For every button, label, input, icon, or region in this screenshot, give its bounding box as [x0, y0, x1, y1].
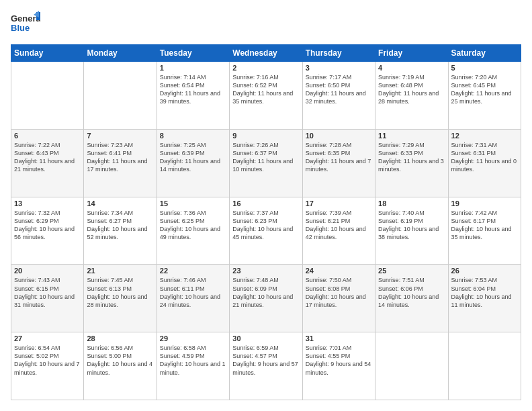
day-info: Sunrise: 7:51 AM Sunset: 6:06 PM Dayligh… [378, 276, 445, 309]
day-info: Sunrise: 7:17 AM Sunset: 6:50 PM Dayligh… [306, 73, 372, 106]
day-info: Sunrise: 7:01 AM Sunset: 4:55 PM Dayligh… [306, 344, 372, 377]
day-number: 15 [160, 199, 226, 208]
week-row-1: 1Sunrise: 7:14 AM Sunset: 6:54 PM Daylig… [11, 62, 521, 130]
day-info: Sunrise: 7:39 AM Sunset: 6:21 PM Dayligh… [306, 209, 372, 242]
day-info: Sunrise: 7:46 AM Sunset: 6:11 PM Dayligh… [160, 276, 226, 309]
calendar-cell: 5Sunrise: 7:20 AM Sunset: 6:45 PM Daylig… [448, 62, 521, 130]
calendar-cell: 25Sunrise: 7:51 AM Sunset: 6:06 PM Dayli… [375, 265, 448, 332]
logo: General Blue [11, 11, 40, 38]
day-info: Sunrise: 7:23 AM Sunset: 6:41 PM Dayligh… [87, 141, 153, 174]
day-info: Sunrise: 7:19 AM Sunset: 6:48 PM Dayligh… [378, 73, 445, 106]
calendar-cell: 31Sunrise: 7:01 AM Sunset: 4:55 PM Dayli… [302, 332, 375, 400]
calendar-cell: 14Sunrise: 7:34 AM Sunset: 6:27 PM Dayli… [84, 197, 157, 265]
day-number: 23 [232, 267, 299, 275]
day-number: 8 [160, 132, 226, 140]
day-number: 25 [378, 267, 445, 275]
weekday-header-thursday: Thursday [302, 45, 375, 62]
day-info: Sunrise: 7:16 AM Sunset: 6:52 PM Dayligh… [232, 73, 299, 106]
day-info: Sunrise: 7:40 AM Sunset: 6:19 PM Dayligh… [378, 209, 445, 242]
day-number: 2 [232, 64, 299, 72]
day-info: Sunrise: 7:20 AM Sunset: 6:45 PM Dayligh… [451, 73, 518, 106]
calendar-cell: 21Sunrise: 7:45 AM Sunset: 6:13 PM Dayli… [84, 265, 157, 332]
day-info: Sunrise: 7:50 AM Sunset: 6:08 PM Dayligh… [306, 276, 372, 309]
day-number: 6 [14, 132, 81, 140]
day-info: Sunrise: 7:36 AM Sunset: 6:25 PM Dayligh… [160, 209, 226, 242]
day-number: 27 [14, 334, 81, 342]
calendar-cell: 1Sunrise: 7:14 AM Sunset: 6:54 PM Daylig… [157, 62, 229, 130]
calendar-cell: 27Sunrise: 6:54 AM Sunset: 5:02 PM Dayli… [11, 332, 84, 400]
day-info: Sunrise: 7:25 AM Sunset: 6:39 PM Dayligh… [160, 141, 226, 174]
calendar-cell: 9Sunrise: 7:26 AM Sunset: 6:37 PM Daylig… [230, 129, 302, 197]
day-number: 12 [451, 132, 518, 140]
calendar-cell: 12Sunrise: 7:31 AM Sunset: 6:31 PM Dayli… [448, 129, 521, 197]
day-number: 1 [160, 64, 226, 72]
calendar-cell: 16Sunrise: 7:37 AM Sunset: 6:23 PM Dayli… [230, 197, 302, 265]
calendar-cell: 22Sunrise: 7:46 AM Sunset: 6:11 PM Dayli… [157, 265, 229, 332]
day-info: Sunrise: 7:53 AM Sunset: 6:04 PM Dayligh… [451, 276, 518, 309]
calendar-cell: 2Sunrise: 7:16 AM Sunset: 6:52 PM Daylig… [230, 62, 302, 130]
calendar-cell [448, 332, 521, 400]
day-number: 4 [378, 64, 445, 72]
day-info: Sunrise: 7:26 AM Sunset: 6:37 PM Dayligh… [232, 141, 299, 174]
day-info: Sunrise: 6:58 AM Sunset: 4:59 PM Dayligh… [160, 344, 226, 377]
day-number: 10 [306, 132, 372, 140]
calendar-cell [84, 62, 157, 130]
day-info: Sunrise: 6:54 AM Sunset: 5:02 PM Dayligh… [14, 344, 81, 377]
day-number: 29 [160, 334, 226, 342]
weekday-header-saturday: Saturday [448, 45, 521, 62]
week-row-3: 13Sunrise: 7:32 AM Sunset: 6:29 PM Dayli… [11, 197, 521, 265]
calendar-cell: 23Sunrise: 7:48 AM Sunset: 6:09 PM Dayli… [230, 265, 302, 332]
week-row-4: 20Sunrise: 7:43 AM Sunset: 6:15 PM Dayli… [11, 265, 521, 332]
day-info: Sunrise: 7:22 AM Sunset: 6:43 PM Dayligh… [14, 141, 81, 174]
day-info: Sunrise: 7:14 AM Sunset: 6:54 PM Dayligh… [160, 73, 226, 106]
calendar-cell: 18Sunrise: 7:40 AM Sunset: 6:19 PM Dayli… [375, 197, 448, 265]
day-number: 17 [306, 199, 372, 208]
calendar-cell: 19Sunrise: 7:42 AM Sunset: 6:17 PM Dayli… [448, 197, 521, 265]
calendar-cell: 20Sunrise: 7:43 AM Sunset: 6:15 PM Dayli… [11, 265, 84, 332]
calendar-cell: 7Sunrise: 7:23 AM Sunset: 6:41 PM Daylig… [84, 129, 157, 197]
calendar-cell: 17Sunrise: 7:39 AM Sunset: 6:21 PM Dayli… [302, 197, 375, 265]
header: General Blue [11, 11, 521, 38]
logo-svg: General Blue [11, 11, 40, 38]
day-number: 9 [232, 132, 299, 140]
day-number: 7 [87, 132, 153, 140]
day-number: 19 [451, 199, 518, 208]
day-number: 5 [451, 64, 518, 72]
weekday-header-sunday: Sunday [11, 45, 84, 62]
day-info: Sunrise: 7:31 AM Sunset: 6:31 PM Dayligh… [451, 141, 518, 174]
day-number: 14 [87, 199, 153, 208]
day-number: 18 [378, 199, 445, 208]
day-number: 24 [306, 267, 372, 275]
weekday-header-friday: Friday [375, 45, 448, 62]
calendar-cell: 24Sunrise: 7:50 AM Sunset: 6:08 PM Dayli… [302, 265, 375, 332]
day-number: 22 [160, 267, 226, 275]
calendar-cell: 11Sunrise: 7:29 AM Sunset: 6:33 PM Dayli… [375, 129, 448, 197]
day-info: Sunrise: 7:45 AM Sunset: 6:13 PM Dayligh… [87, 276, 153, 309]
calendar-cell: 6Sunrise: 7:22 AM Sunset: 6:43 PM Daylig… [11, 129, 84, 197]
calendar-cell: 15Sunrise: 7:36 AM Sunset: 6:25 PM Dayli… [157, 197, 229, 265]
calendar-cell: 26Sunrise: 7:53 AM Sunset: 6:04 PM Dayli… [448, 265, 521, 332]
day-info: Sunrise: 7:42 AM Sunset: 6:17 PM Dayligh… [451, 209, 518, 242]
svg-text:Blue: Blue [11, 23, 30, 33]
day-number: 13 [14, 199, 81, 208]
day-info: Sunrise: 7:37 AM Sunset: 6:23 PM Dayligh… [232, 209, 299, 242]
weekday-header-tuesday: Tuesday [157, 45, 229, 62]
weekday-header-wednesday: Wednesday [230, 45, 302, 62]
day-number: 16 [232, 199, 299, 208]
weekday-header-row: SundayMondayTuesdayWednesdayThursdayFrid… [11, 45, 521, 62]
day-number: 3 [306, 64, 372, 72]
day-info: Sunrise: 6:56 AM Sunset: 5:00 PM Dayligh… [87, 344, 153, 377]
calendar-cell [375, 332, 448, 400]
day-number: 21 [87, 267, 153, 275]
day-number: 30 [232, 334, 299, 342]
day-number: 26 [451, 267, 518, 275]
calendar: SundayMondayTuesdayWednesdayThursdayFrid… [11, 44, 521, 400]
day-info: Sunrise: 7:32 AM Sunset: 6:29 PM Dayligh… [14, 209, 81, 242]
calendar-cell: 10Sunrise: 7:28 AM Sunset: 6:35 PM Dayli… [302, 129, 375, 197]
day-number: 20 [14, 267, 81, 275]
day-info: Sunrise: 7:29 AM Sunset: 6:33 PM Dayligh… [378, 141, 445, 174]
calendar-cell [11, 62, 84, 130]
day-number: 28 [87, 334, 153, 342]
day-info: Sunrise: 7:28 AM Sunset: 6:35 PM Dayligh… [306, 141, 372, 174]
day-number: 31 [306, 334, 372, 342]
